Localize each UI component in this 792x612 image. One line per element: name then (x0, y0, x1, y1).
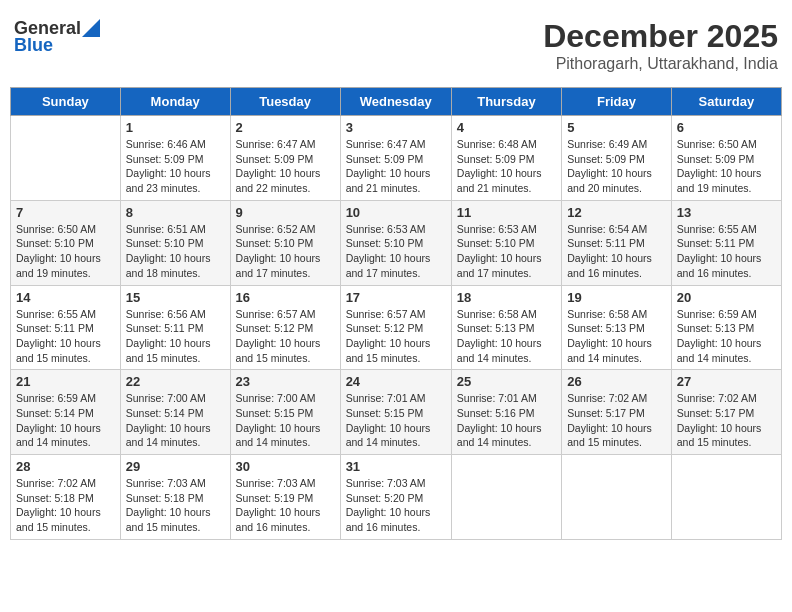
day-info: Sunrise: 6:58 AM Sunset: 5:13 PM Dayligh… (567, 307, 666, 366)
day-of-week-header: Wednesday (340, 88, 451, 116)
day-info: Sunrise: 6:47 AM Sunset: 5:09 PM Dayligh… (236, 137, 335, 196)
day-info: Sunrise: 6:51 AM Sunset: 5:10 PM Dayligh… (126, 222, 225, 281)
day-info: Sunrise: 6:47 AM Sunset: 5:09 PM Dayligh… (346, 137, 446, 196)
day-number: 31 (346, 459, 446, 474)
calendar: SundayMondayTuesdayWednesdayThursdayFrid… (10, 87, 782, 540)
calendar-cell: 17Sunrise: 6:57 AM Sunset: 5:12 PM Dayli… (340, 285, 451, 370)
calendar-week-row: 21Sunrise: 6:59 AM Sunset: 5:14 PM Dayli… (11, 370, 782, 455)
calendar-week-row: 14Sunrise: 6:55 AM Sunset: 5:11 PM Dayli… (11, 285, 782, 370)
day-info: Sunrise: 7:02 AM Sunset: 5:17 PM Dayligh… (677, 391, 776, 450)
calendar-header-row: SundayMondayTuesdayWednesdayThursdayFrid… (11, 88, 782, 116)
calendar-cell: 7Sunrise: 6:50 AM Sunset: 5:10 PM Daylig… (11, 200, 121, 285)
main-title: December 2025 (543, 18, 778, 55)
day-info: Sunrise: 6:57 AM Sunset: 5:12 PM Dayligh… (346, 307, 446, 366)
day-info: Sunrise: 6:57 AM Sunset: 5:12 PM Dayligh… (236, 307, 335, 366)
day-number: 25 (457, 374, 556, 389)
day-info: Sunrise: 6:53 AM Sunset: 5:10 PM Dayligh… (346, 222, 446, 281)
day-info: Sunrise: 6:50 AM Sunset: 5:09 PM Dayligh… (677, 137, 776, 196)
day-number: 22 (126, 374, 225, 389)
day-info: Sunrise: 7:02 AM Sunset: 5:18 PM Dayligh… (16, 476, 115, 535)
day-number: 2 (236, 120, 335, 135)
calendar-cell: 15Sunrise: 6:56 AM Sunset: 5:11 PM Dayli… (120, 285, 230, 370)
calendar-cell: 6Sunrise: 6:50 AM Sunset: 5:09 PM Daylig… (671, 116, 781, 201)
day-number: 17 (346, 290, 446, 305)
day-info: Sunrise: 7:01 AM Sunset: 5:16 PM Dayligh… (457, 391, 556, 450)
calendar-cell: 30Sunrise: 7:03 AM Sunset: 5:19 PM Dayli… (230, 455, 340, 540)
calendar-cell: 18Sunrise: 6:58 AM Sunset: 5:13 PM Dayli… (451, 285, 561, 370)
logo: General Blue (14, 18, 100, 56)
day-info: Sunrise: 7:01 AM Sunset: 5:15 PM Dayligh… (346, 391, 446, 450)
subtitle: Pithoragarh, Uttarakhand, India (543, 55, 778, 73)
day-info: Sunrise: 7:00 AM Sunset: 5:14 PM Dayligh… (126, 391, 225, 450)
day-info: Sunrise: 7:03 AM Sunset: 5:18 PM Dayligh… (126, 476, 225, 535)
day-info: Sunrise: 7:03 AM Sunset: 5:20 PM Dayligh… (346, 476, 446, 535)
day-number: 8 (126, 205, 225, 220)
calendar-cell: 8Sunrise: 6:51 AM Sunset: 5:10 PM Daylig… (120, 200, 230, 285)
day-of-week-header: Thursday (451, 88, 561, 116)
calendar-cell: 9Sunrise: 6:52 AM Sunset: 5:10 PM Daylig… (230, 200, 340, 285)
calendar-cell: 4Sunrise: 6:48 AM Sunset: 5:09 PM Daylig… (451, 116, 561, 201)
day-info: Sunrise: 6:54 AM Sunset: 5:11 PM Dayligh… (567, 222, 666, 281)
day-number: 29 (126, 459, 225, 474)
day-number: 1 (126, 120, 225, 135)
calendar-cell: 14Sunrise: 6:55 AM Sunset: 5:11 PM Dayli… (11, 285, 121, 370)
calendar-cell: 10Sunrise: 6:53 AM Sunset: 5:10 PM Dayli… (340, 200, 451, 285)
day-number: 16 (236, 290, 335, 305)
day-number: 26 (567, 374, 666, 389)
day-info: Sunrise: 6:48 AM Sunset: 5:09 PM Dayligh… (457, 137, 556, 196)
day-number: 27 (677, 374, 776, 389)
calendar-cell (451, 455, 561, 540)
day-info: Sunrise: 6:59 AM Sunset: 5:14 PM Dayligh… (16, 391, 115, 450)
day-number: 12 (567, 205, 666, 220)
day-of-week-header: Tuesday (230, 88, 340, 116)
calendar-week-row: 7Sunrise: 6:50 AM Sunset: 5:10 PM Daylig… (11, 200, 782, 285)
day-info: Sunrise: 6:50 AM Sunset: 5:10 PM Dayligh… (16, 222, 115, 281)
day-number: 5 (567, 120, 666, 135)
calendar-week-row: 28Sunrise: 7:02 AM Sunset: 5:18 PM Dayli… (11, 455, 782, 540)
calendar-cell: 19Sunrise: 6:58 AM Sunset: 5:13 PM Dayli… (562, 285, 672, 370)
day-number: 14 (16, 290, 115, 305)
svg-marker-0 (82, 19, 100, 37)
calendar-cell: 20Sunrise: 6:59 AM Sunset: 5:13 PM Dayli… (671, 285, 781, 370)
day-number: 23 (236, 374, 335, 389)
day-of-week-header: Saturday (671, 88, 781, 116)
day-info: Sunrise: 6:56 AM Sunset: 5:11 PM Dayligh… (126, 307, 225, 366)
day-info: Sunrise: 7:02 AM Sunset: 5:17 PM Dayligh… (567, 391, 666, 450)
day-number: 10 (346, 205, 446, 220)
calendar-cell (11, 116, 121, 201)
calendar-cell: 3Sunrise: 6:47 AM Sunset: 5:09 PM Daylig… (340, 116, 451, 201)
day-number: 11 (457, 205, 556, 220)
calendar-cell: 31Sunrise: 7:03 AM Sunset: 5:20 PM Dayli… (340, 455, 451, 540)
day-info: Sunrise: 6:53 AM Sunset: 5:10 PM Dayligh… (457, 222, 556, 281)
day-of-week-header: Friday (562, 88, 672, 116)
calendar-cell: 12Sunrise: 6:54 AM Sunset: 5:11 PM Dayli… (562, 200, 672, 285)
day-number: 9 (236, 205, 335, 220)
day-number: 30 (236, 459, 335, 474)
day-number: 20 (677, 290, 776, 305)
day-number: 3 (346, 120, 446, 135)
calendar-cell: 13Sunrise: 6:55 AM Sunset: 5:11 PM Dayli… (671, 200, 781, 285)
logo-blue-text: Blue (14, 35, 53, 56)
day-number: 21 (16, 374, 115, 389)
calendar-cell: 5Sunrise: 6:49 AM Sunset: 5:09 PM Daylig… (562, 116, 672, 201)
day-of-week-header: Monday (120, 88, 230, 116)
calendar-week-row: 1Sunrise: 6:46 AM Sunset: 5:09 PM Daylig… (11, 116, 782, 201)
calendar-cell: 11Sunrise: 6:53 AM Sunset: 5:10 PM Dayli… (451, 200, 561, 285)
calendar-cell: 23Sunrise: 7:00 AM Sunset: 5:15 PM Dayli… (230, 370, 340, 455)
calendar-cell: 16Sunrise: 6:57 AM Sunset: 5:12 PM Dayli… (230, 285, 340, 370)
calendar-cell: 26Sunrise: 7:02 AM Sunset: 5:17 PM Dayli… (562, 370, 672, 455)
day-info: Sunrise: 6:49 AM Sunset: 5:09 PM Dayligh… (567, 137, 666, 196)
day-number: 15 (126, 290, 225, 305)
day-number: 6 (677, 120, 776, 135)
calendar-cell: 27Sunrise: 7:02 AM Sunset: 5:17 PM Dayli… (671, 370, 781, 455)
day-of-week-header: Sunday (11, 88, 121, 116)
day-info: Sunrise: 7:00 AM Sunset: 5:15 PM Dayligh… (236, 391, 335, 450)
day-number: 7 (16, 205, 115, 220)
day-number: 18 (457, 290, 556, 305)
day-info: Sunrise: 7:03 AM Sunset: 5:19 PM Dayligh… (236, 476, 335, 535)
calendar-cell (562, 455, 672, 540)
logo-triangle-icon (82, 19, 100, 37)
day-info: Sunrise: 6:55 AM Sunset: 5:11 PM Dayligh… (677, 222, 776, 281)
day-number: 13 (677, 205, 776, 220)
calendar-cell: 1Sunrise: 6:46 AM Sunset: 5:09 PM Daylig… (120, 116, 230, 201)
